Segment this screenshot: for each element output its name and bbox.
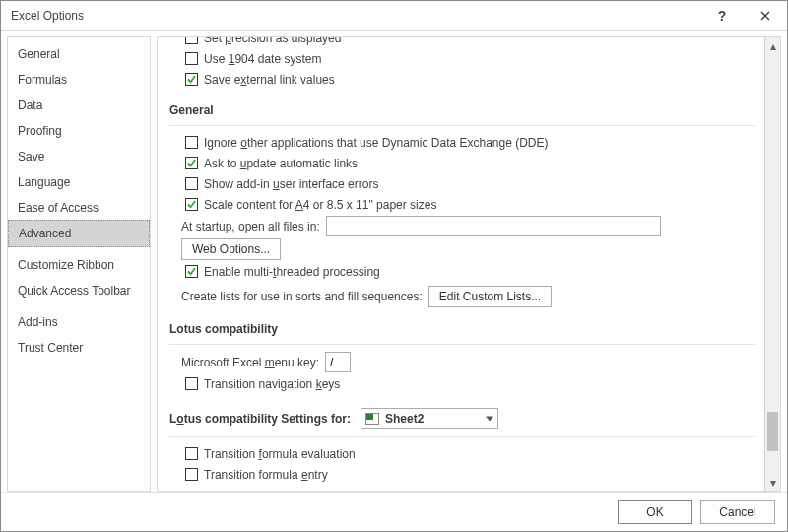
close-button[interactable] — [744, 1, 787, 31]
transition-formula-eval-label: Transition formula evaluation — [204, 447, 356, 461]
excel-options-dialog: Excel Options ? General Formulas Data Pr… — [0, 0, 788, 532]
lotus-compat-heading: Lotus compatibility — [169, 314, 755, 340]
lotus-sheet-dropdown[interactable]: Sheet2 — [361, 408, 498, 429]
sidebar-item-proofing[interactable]: Proofing — [8, 118, 150, 144]
sidebar-item-customize-ribbon[interactable]: Customize Ribbon — [8, 252, 150, 278]
transition-nav-keys-label: Transition navigation keys — [204, 377, 340, 391]
transition-formula-entry-label: Transition formula entry — [204, 468, 328, 482]
transition-nav-keys-checkbox[interactable] — [185, 377, 198, 390]
help-button[interactable]: ? — [700, 1, 744, 31]
use-1904-label: Use 1904 date system — [204, 52, 321, 66]
sidebar-item-ease-of-access[interactable]: Ease of Access — [8, 195, 150, 221]
web-options-button[interactable]: Web Options... — [181, 238, 281, 260]
enable-multithreaded-checkbox[interactable] — [185, 265, 198, 278]
enable-multithreaded-label: Enable multi-threaded processing — [204, 265, 380, 279]
scroll-thumb[interactable] — [767, 412, 778, 451]
sidebar-item-quick-access-toolbar[interactable]: Quick Access Toolbar — [8, 278, 150, 303]
options-content: Set precision as displayed Use 1904 date… — [157, 36, 764, 492]
ignore-dde-label: Ignore other applications that use Dynam… — [204, 136, 549, 150]
chevron-down-icon — [486, 416, 493, 421]
titlebar: Excel Options ? — [1, 1, 787, 31]
create-lists-label: Create lists for use in sorts and fill s… — [181, 290, 423, 303]
startup-open-input[interactable] — [326, 216, 661, 236]
sidebar-item-formulas[interactable]: Formulas — [8, 67, 150, 93]
cancel-button[interactable]: Cancel — [700, 500, 775, 524]
scroll-down-arrow-icon[interactable]: ▾ — [765, 474, 780, 491]
menu-key-label: Microsoft Excel menu key: — [181, 356, 319, 369]
scroll-up-arrow-icon[interactable]: ▴ — [765, 37, 780, 54]
save-external-link-checkbox[interactable] — [185, 73, 198, 86]
sheet-icon — [365, 413, 379, 425]
set-precision-checkbox[interactable] — [185, 36, 198, 44]
vertical-scrollbar[interactable]: ▴ ▾ — [764, 36, 781, 492]
edit-custom-lists-button[interactable]: Edit Custom Lists... — [428, 286, 552, 307]
transition-formula-eval-checkbox[interactable] — [185, 447, 198, 460]
ask-update-links-checkbox[interactable] — [185, 157, 198, 169]
close-icon — [760, 11, 770, 21]
sidebar-item-data[interactable]: Data — [8, 93, 150, 118]
sidebar-item-general[interactable]: General — [8, 41, 150, 67]
lotus-settings-heading: Lotus compatibility Settings for: Sheet2 — [169, 400, 755, 432]
sidebar-item-save[interactable]: Save — [8, 144, 150, 169]
dialog-footer: OK Cancel — [1, 492, 787, 531]
startup-open-label: At startup, open all files in: — [181, 220, 320, 233]
general-heading: General — [169, 96, 755, 121]
ignore-dde-checkbox[interactable] — [185, 136, 198, 149]
sidebar-item-language[interactable]: Language — [8, 169, 150, 195]
dialog-title: Excel Options — [11, 9, 700, 23]
transition-formula-entry-checkbox[interactable] — [185, 468, 198, 481]
show-addin-errors-label: Show add-in user interface errors — [204, 177, 378, 191]
use-1904-checkbox[interactable] — [185, 52, 198, 65]
sidebar-item-trust-center[interactable]: Trust Center — [8, 335, 150, 361]
show-addin-errors-checkbox[interactable] — [185, 177, 198, 190]
sidebar-item-add-ins[interactable]: Add-ins — [8, 309, 150, 335]
menu-key-input[interactable] — [325, 352, 351, 372]
category-sidebar: General Formulas Data Proofing Save Lang… — [7, 36, 151, 492]
save-external-link-label: Save external link values — [204, 73, 335, 87]
scale-a4-checkbox[interactable] — [185, 198, 198, 211]
ask-update-links-label: Ask to update automatic links — [204, 157, 358, 170]
sidebar-item-advanced[interactable]: Advanced — [8, 220, 150, 247]
set-precision-label: Set precision as displayed — [204, 36, 341, 45]
ok-button[interactable]: OK — [618, 500, 692, 524]
scale-a4-label: Scale content for A4 or 8.5 x 11" paper … — [204, 198, 436, 212]
